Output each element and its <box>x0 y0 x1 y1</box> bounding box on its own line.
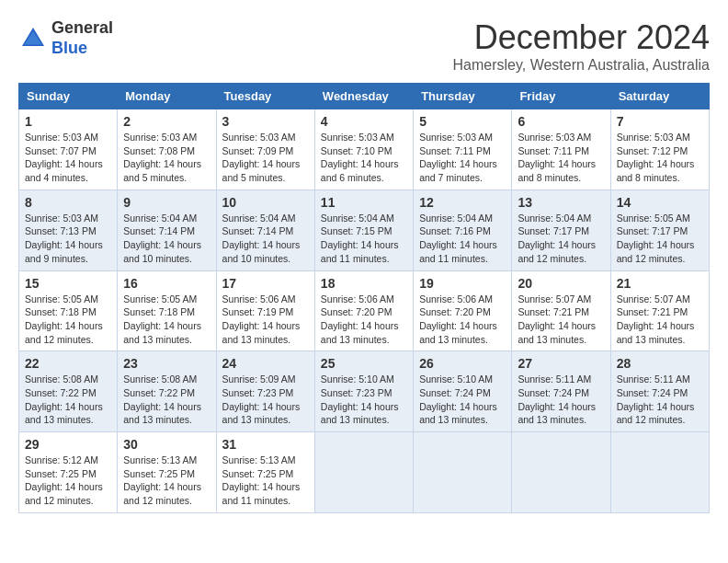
week-row-2: 8Sunrise: 5:03 AM Sunset: 7:13 PM Daylig… <box>19 190 710 270</box>
calendar-cell-3-5: 27Sunrise: 5:11 AM Sunset: 7:24 PM Dayli… <box>512 351 610 432</box>
day-number: 31 <box>222 437 309 452</box>
day-info: Sunrise: 5:09 AM Sunset: 7:23 PM Dayligh… <box>222 373 309 427</box>
day-number: 22 <box>25 356 111 371</box>
calendar-cell-2-6: 21Sunrise: 5:07 AM Sunset: 7:21 PM Dayli… <box>610 270 709 351</box>
calendar-cell-0-6: 7Sunrise: 5:03 AM Sunset: 7:12 PM Daylig… <box>610 109 709 190</box>
day-info: Sunrise: 5:10 AM Sunset: 7:23 PM Dayligh… <box>321 373 407 427</box>
day-info: Sunrise: 5:03 AM Sunset: 7:09 PM Dayligh… <box>222 131 309 185</box>
day-number: 12 <box>419 195 506 210</box>
day-info: Sunrise: 5:05 AM Sunset: 7:18 PM Dayligh… <box>123 293 210 347</box>
header-tuesday: Tuesday <box>216 84 314 109</box>
calendar-cell-3-0: 22Sunrise: 5:08 AM Sunset: 7:22 PM Dayli… <box>19 351 118 432</box>
calendar-cell-3-1: 23Sunrise: 5:08 AM Sunset: 7:22 PM Dayli… <box>118 351 216 432</box>
calendar-cell-4-3 <box>314 432 413 513</box>
day-number: 23 <box>123 356 210 371</box>
header-monday: Monday <box>118 84 216 109</box>
week-row-4: 22Sunrise: 5:08 AM Sunset: 7:22 PM Dayli… <box>19 351 710 432</box>
calendar-header-row: SundayMondayTuesdayWednesdayThursdayFrid… <box>19 84 710 109</box>
calendar-cell-2-0: 15Sunrise: 5:05 AM Sunset: 7:18 PM Dayli… <box>19 270 118 351</box>
day-info: Sunrise: 5:03 AM Sunset: 7:12 PM Dayligh… <box>617 131 703 185</box>
header-friday: Friday <box>512 84 610 109</box>
calendar-table: SundayMondayTuesdayWednesdayThursdayFrid… <box>18 83 710 513</box>
week-row-5: 29Sunrise: 5:12 AM Sunset: 7:25 PM Dayli… <box>19 432 710 513</box>
day-number: 7 <box>617 114 703 129</box>
logo-general-text: General <box>51 18 113 37</box>
day-number: 9 <box>123 195 210 210</box>
day-info: Sunrise: 5:03 AM Sunset: 7:13 PM Dayligh… <box>25 212 111 266</box>
day-info: Sunrise: 5:10 AM Sunset: 7:24 PM Dayligh… <box>419 373 506 427</box>
logo: General Blue <box>18 18 113 58</box>
header-saturday: Saturday <box>610 84 709 109</box>
calendar-cell-1-6: 14Sunrise: 5:05 AM Sunset: 7:17 PM Dayli… <box>610 190 709 270</box>
day-number: 20 <box>518 276 604 291</box>
day-number: 6 <box>518 114 604 129</box>
logo-icon <box>18 24 48 53</box>
day-info: Sunrise: 5:11 AM Sunset: 7:24 PM Dayligh… <box>518 373 604 427</box>
logo-blue-text: Blue <box>51 39 87 57</box>
calendar-cell-2-3: 18Sunrise: 5:06 AM Sunset: 7:20 PM Dayli… <box>314 270 413 351</box>
header-sunday: Sunday <box>19 84 118 109</box>
calendar-cell-0-0: 1Sunrise: 5:03 AM Sunset: 7:07 PM Daylig… <box>19 109 118 190</box>
day-number: 30 <box>123 437 210 452</box>
calendar-cell-4-1: 30Sunrise: 5:13 AM Sunset: 7:25 PM Dayli… <box>118 432 216 513</box>
day-info: Sunrise: 5:06 AM Sunset: 7:20 PM Dayligh… <box>419 293 506 347</box>
header-thursday: Thursday <box>414 84 512 109</box>
calendar-cell-4-6 <box>610 432 709 513</box>
day-number: 28 <box>617 356 703 371</box>
day-info: Sunrise: 5:13 AM Sunset: 7:25 PM Dayligh… <box>123 454 210 508</box>
calendar-cell-4-2: 31Sunrise: 5:13 AM Sunset: 7:25 PM Dayli… <box>216 432 314 513</box>
day-info: Sunrise: 5:04 AM Sunset: 7:17 PM Dayligh… <box>518 212 604 266</box>
calendar-cell-2-4: 19Sunrise: 5:06 AM Sunset: 7:20 PM Dayli… <box>414 270 512 351</box>
calendar-cell-3-2: 24Sunrise: 5:09 AM Sunset: 7:23 PM Dayli… <box>216 351 314 432</box>
day-number: 21 <box>617 276 703 291</box>
day-info: Sunrise: 5:08 AM Sunset: 7:22 PM Dayligh… <box>123 373 210 427</box>
day-info: Sunrise: 5:07 AM Sunset: 7:21 PM Dayligh… <box>518 293 604 347</box>
calendar-cell-4-5 <box>512 432 610 513</box>
day-info: Sunrise: 5:12 AM Sunset: 7:25 PM Dayligh… <box>25 454 111 508</box>
day-number: 15 <box>25 276 111 291</box>
calendar-cell-3-3: 25Sunrise: 5:10 AM Sunset: 7:23 PM Dayli… <box>314 351 413 432</box>
calendar-cell-0-2: 3Sunrise: 5:03 AM Sunset: 7:09 PM Daylig… <box>216 109 314 190</box>
day-number: 17 <box>222 276 309 291</box>
calendar-cell-1-0: 8Sunrise: 5:03 AM Sunset: 7:13 PM Daylig… <box>19 190 118 270</box>
calendar-cell-2-1: 16Sunrise: 5:05 AM Sunset: 7:18 PM Dayli… <box>118 270 216 351</box>
day-info: Sunrise: 5:05 AM Sunset: 7:18 PM Dayligh… <box>25 293 111 347</box>
day-info: Sunrise: 5:03 AM Sunset: 7:10 PM Dayligh… <box>321 131 407 185</box>
day-number: 26 <box>419 356 506 371</box>
calendar-cell-4-4 <box>414 432 512 513</box>
calendar-cell-1-5: 13Sunrise: 5:04 AM Sunset: 7:17 PM Dayli… <box>512 190 610 270</box>
day-number: 2 <box>123 114 210 129</box>
day-info: Sunrise: 5:06 AM Sunset: 7:19 PM Dayligh… <box>222 293 309 347</box>
day-info: Sunrise: 5:04 AM Sunset: 7:15 PM Dayligh… <box>321 212 407 266</box>
day-info: Sunrise: 5:05 AM Sunset: 7:17 PM Dayligh… <box>617 212 703 266</box>
day-info: Sunrise: 5:04 AM Sunset: 7:14 PM Dayligh… <box>222 212 309 266</box>
day-number: 24 <box>222 356 309 371</box>
day-number: 11 <box>321 195 407 210</box>
calendar-cell-4-0: 29Sunrise: 5:12 AM Sunset: 7:25 PM Dayli… <box>19 432 118 513</box>
day-number: 10 <box>222 195 309 210</box>
day-number: 13 <box>518 195 604 210</box>
day-number: 25 <box>321 356 407 371</box>
calendar-cell-0-3: 4Sunrise: 5:03 AM Sunset: 7:10 PM Daylig… <box>314 109 413 190</box>
day-info: Sunrise: 5:11 AM Sunset: 7:24 PM Dayligh… <box>617 373 703 427</box>
page-header: General Blue December 2024 Hamersley, We… <box>18 18 710 74</box>
day-number: 29 <box>25 437 111 452</box>
day-number: 18 <box>321 276 407 291</box>
calendar-cell-1-1: 9Sunrise: 5:04 AM Sunset: 7:14 PM Daylig… <box>118 190 216 270</box>
calendar-subtitle: Hamersley, Western Australia, Australia <box>452 57 710 74</box>
day-info: Sunrise: 5:07 AM Sunset: 7:21 PM Dayligh… <box>617 293 703 347</box>
day-info: Sunrise: 5:04 AM Sunset: 7:16 PM Dayligh… <box>419 212 506 266</box>
calendar-title: December 2024 <box>452 18 710 57</box>
calendar-cell-1-3: 11Sunrise: 5:04 AM Sunset: 7:15 PM Dayli… <box>314 190 413 270</box>
calendar-cell-1-4: 12Sunrise: 5:04 AM Sunset: 7:16 PM Dayli… <box>414 190 512 270</box>
header-wednesday: Wednesday <box>314 84 413 109</box>
day-info: Sunrise: 5:04 AM Sunset: 7:14 PM Dayligh… <box>123 212 210 266</box>
calendar-cell-1-2: 10Sunrise: 5:04 AM Sunset: 7:14 PM Dayli… <box>216 190 314 270</box>
calendar-cell-2-5: 20Sunrise: 5:07 AM Sunset: 7:21 PM Dayli… <box>512 270 610 351</box>
day-info: Sunrise: 5:03 AM Sunset: 7:11 PM Dayligh… <box>518 131 604 185</box>
day-number: 19 <box>419 276 506 291</box>
day-number: 14 <box>617 195 703 210</box>
week-row-3: 15Sunrise: 5:05 AM Sunset: 7:18 PM Dayli… <box>19 270 710 351</box>
calendar-cell-0-1: 2Sunrise: 5:03 AM Sunset: 7:08 PM Daylig… <box>118 109 216 190</box>
calendar-cell-0-4: 5Sunrise: 5:03 AM Sunset: 7:11 PM Daylig… <box>414 109 512 190</box>
